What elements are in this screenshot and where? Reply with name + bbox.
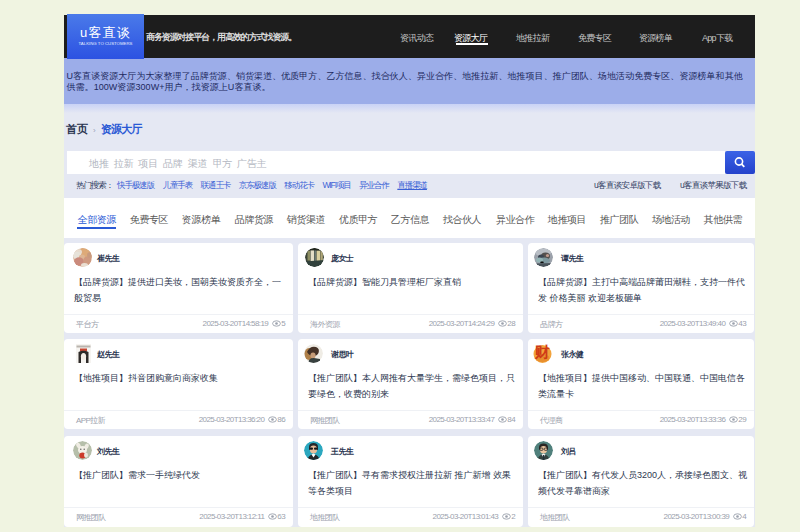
svg-text:财: 财 bbox=[534, 344, 550, 360]
